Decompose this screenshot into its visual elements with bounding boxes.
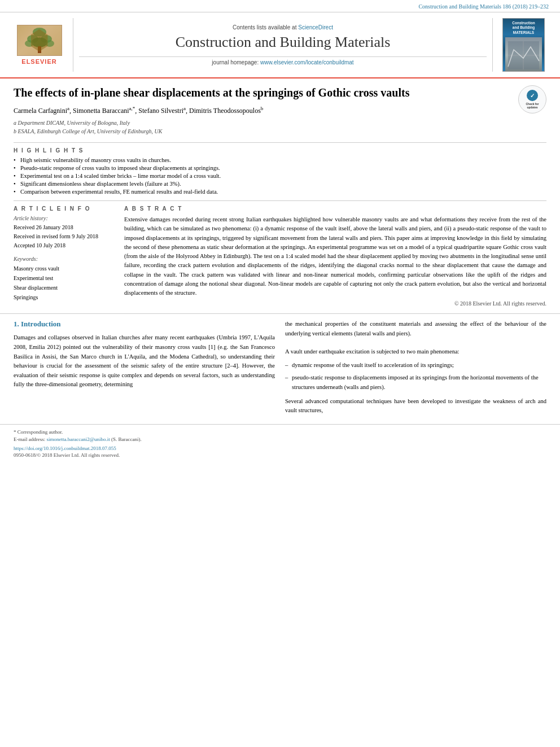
section-divider-1 [14,142,546,143]
abstract-text: Extensive damages recorded during recent… [124,215,546,298]
svg-point-0 [33,28,46,37]
email-suffix: (S. Baraccani). [111,436,142,442]
keyword-1: Masonry cross vault [14,264,115,273]
homepage-url[interactable]: www.elsevier.com/locate/conbuildmat [260,59,354,65]
article-history: Article history: Received 26 January 201… [14,215,115,250]
highlight-item-2: Pseudo-static response of cross vaults t… [14,165,546,171]
bullet-item-2: pseudo-static response to displacements … [285,373,546,392]
cover-title-line1: Construction [512,21,535,25]
keyword-2: Experimental test [14,273,115,283]
intro-col2-text3: Several advanced computational technique… [285,397,546,416]
affiliation-a: a Department DICAM, University of Bologn… [14,119,546,127]
introduction-columns: 1. Introduction Damages and collapses ob… [14,320,546,415]
cover-title-line2: and Building [512,25,535,30]
journal-cover-image: Construction and Building MATERIALS [502,18,545,72]
journal-title-area: Contents lists available at ScienceDirec… [79,18,487,72]
logo-image [17,25,62,56]
bullet-item-1: dynamic response of the vault itself to … [285,361,546,370]
publisher-logo-area: ELSEVIER [11,18,73,72]
accepted-date: Accepted 10 July 2018 [14,241,115,250]
check-icon: ✓ [527,90,538,101]
authors-line: Carmela Carfagninia, Simonetta Baraccani… [14,106,546,115]
journal-info-bar: Construction and Building Materials 186 … [0,0,560,12]
header-divider [79,56,487,57]
svg-point-5 [25,40,34,47]
highlight-item-1: High seismic vulnerability of masonry cr… [14,157,546,163]
intro-col2-text2: A vault under earthquake excitation is s… [285,347,546,357]
article-title-section: The effects of in-plane shear displaceme… [0,78,560,313]
sciencedirect-link[interactable]: ScienceDirect [298,24,333,30]
phenomena-list: dynamic response of the vault itself to … [285,361,546,392]
highlights-header: H I G H L I G H T S [14,147,546,154]
elsevier-brand-text: ELSEVIER [21,58,56,65]
check-label: Check forupdates [526,102,539,109]
article-title: The effects of in-plane shear displaceme… [14,85,546,100]
svg-point-6 [45,40,54,47]
history-label: Article history: [14,215,115,221]
contents-available-line: Contents lists available at ScienceDirec… [233,24,333,30]
journal-main-title: Construction and Building Materials [176,34,391,51]
cover-title: Construction and Building MATERIALS [512,21,535,35]
corresponding-note: * Corresponding author. [14,429,546,435]
author-carmela: Carmela Carfagninia [14,107,69,115]
cover-image [505,37,542,72]
section-divider-2 [14,200,546,201]
article-title-text: The effects of in-plane shear displaceme… [14,86,409,99]
doi-link[interactable]: https://doi.org/10.1016/j.conbuildmat.20… [14,445,116,451]
elsevier-logo: ELSEVIER [17,25,62,65]
email-address[interactable]: simonetta.baraccani2@unibo.it [46,436,110,442]
keywords-section: Keywords: Masonry cross vault Experiment… [14,256,115,302]
abstract-column: A B S T R A C T Extensive damages record… [124,206,546,307]
highlights-section: H I G H L I G H T S High seismic vulnera… [14,147,546,195]
author-dimitris: Dimitris Theodossopoulosb [189,107,263,115]
highlight-item-4: Significant dimensionless shear displace… [14,181,546,187]
journal-cover-area: Construction and Building MATERIALS [492,18,549,72]
journal-header: ELSEVIER Contents lists available at Sci… [0,12,560,78]
received-revised-date: Received in revised form 9 July 2018 [14,232,115,241]
corresponding-asterisk: * Corresponding author. [14,429,63,435]
doi-line: https://doi.org/10.1016/j.conbuildmat.20… [14,444,546,452]
highlight-item-5: Comparison between experimental results,… [14,189,546,195]
highlight-item-3: Experimental test on a 1:4 scaled timber… [14,173,546,179]
section-1-title: 1. Introduction [14,320,275,329]
received-date: Received 26 January 2018 [14,223,115,232]
intro-col1-text: Damages and collapses observed in Italia… [14,333,275,389]
intro-col-right: the mechanical properties of the constit… [285,320,546,415]
homepage-line: journal homepage: www.elsevier.com/locat… [212,59,353,65]
contents-label: Contents lists available at [233,24,296,30]
author-simonetta: Simonetta Baraccania,* [73,107,135,115]
affiliation-b: b ESALA, Edinburgh College of Art, Unive… [14,127,546,136]
author-stefano: Stefano Silvestria [138,107,186,115]
footer-section: * Corresponding author. E-mail address: … [0,424,560,462]
cover-graphic [505,37,542,72]
intro-col-left: 1. Introduction Damages and collapses ob… [14,320,275,415]
journal-citation: Construction and Building Materials 186 … [418,3,549,10]
abstract-header: A B S T R A C T [124,206,546,212]
section-label: Introduction [21,320,61,328]
footer-copyright: 0950-0618/© 2018 Elsevier Ltd. All right… [14,452,546,458]
check-for-updates-badge: ✓ Check forupdates [518,85,546,113]
keyword-4: Springings [14,292,115,302]
homepage-label: journal homepage: [212,59,260,65]
article-info-abstract: A R T I C L E I N F O Article history: R… [14,206,546,307]
email-line: E-mail address: simonetta.baraccani2@uni… [14,436,546,442]
affiliations: a Department DICAM, University of Bologn… [14,119,546,136]
svg-point-3 [32,37,47,47]
cover-title-line3: MATERIALS [512,30,535,35]
svg-rect-4 [38,46,41,53]
section-number: 1. [14,320,19,328]
email-label: E-mail address: [14,436,45,442]
article-info-column: A R T I C L E I N F O Article history: R… [14,206,115,307]
keyword-3: Shear displacement [14,283,115,292]
introduction-section: 1. Introduction Damages and collapses ob… [0,313,560,421]
keywords-header: Keywords: [14,256,115,262]
elsevier-tree-icon [23,27,56,55]
article-info-header: A R T I C L E I N F O [14,206,115,212]
abstract-copyright: © 2018 Elsevier Ltd. All rights reserved… [124,300,546,307]
intro-col2-text1: the mechanical properties of the constit… [285,320,546,338]
page: Construction and Building Materials 186 … [0,0,560,747]
